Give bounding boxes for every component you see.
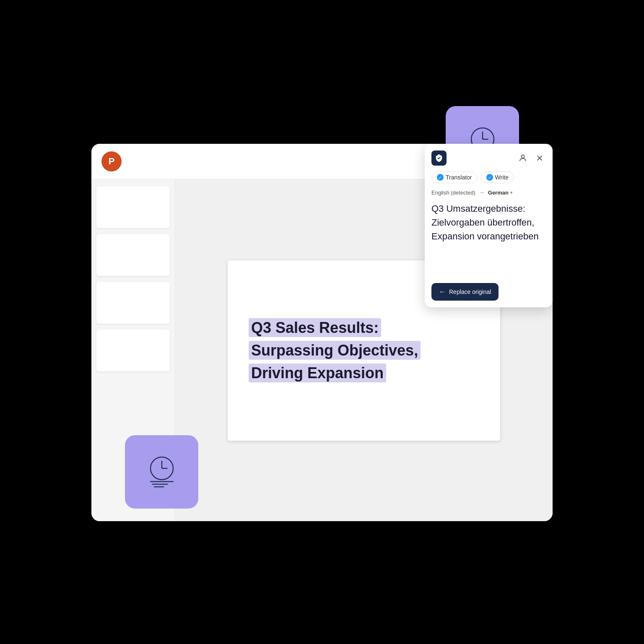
- write-check-icon: [486, 174, 493, 181]
- lang-arrow: →: [479, 189, 485, 196]
- powerpoint-letter: P: [109, 156, 115, 167]
- replace-arrow-icon: ←: [439, 288, 446, 296]
- svg-point-6: [521, 155, 524, 158]
- panel-header: [431, 151, 546, 166]
- slide-thumb-2[interactable]: [96, 234, 170, 276]
- slide-title-line1: Q3 Sales Results:: [249, 318, 381, 337]
- floating-icon-bottom: [125, 435, 198, 509]
- target-language-label: German: [488, 190, 509, 196]
- powerpoint-icon: P: [101, 151, 122, 171]
- replace-original-button[interactable]: ← Replace original: [431, 283, 499, 301]
- panel-header-icons: [517, 152, 546, 164]
- chevron-down-icon: ▾: [510, 190, 512, 195]
- slide-thumb-3[interactable]: [96, 282, 170, 324]
- user-icon[interactable]: [517, 152, 529, 164]
- translator-badge-label: Translator: [446, 174, 472, 181]
- translation-output: Q3 Umsatzergebnisse: Zielvorgaben übertr…: [431, 202, 546, 277]
- replace-original-label: Replace original: [449, 288, 491, 295]
- source-language: English (detected): [431, 190, 475, 196]
- deepl-logo: [431, 151, 447, 166]
- deepl-logo-icon: [434, 153, 444, 163]
- slide-title-line3: Driving Expansion: [249, 364, 386, 382]
- close-icon[interactable]: [533, 152, 546, 164]
- slide-title-line2: Surpassing Objectives,: [249, 341, 421, 360]
- target-language[interactable]: German ▾: [488, 190, 512, 196]
- language-row: English (detected) → German ▾: [431, 189, 546, 196]
- write-badge[interactable]: Write: [481, 171, 514, 183]
- chart-clock-icon-2: [143, 453, 181, 491]
- slide-thumb-1[interactable]: [96, 186, 170, 228]
- slide-title: Q3 Sales Results: Surpassing Objectives,…: [249, 317, 421, 384]
- badges-row: Translator Write: [431, 171, 546, 183]
- translator-badge[interactable]: Translator: [431, 171, 478, 183]
- deepl-panel: Translator Write English (detected) → Ge…: [425, 144, 553, 307]
- slide-thumb-4[interactable]: [96, 330, 170, 371]
- translator-check-icon: [437, 174, 444, 181]
- write-badge-label: Write: [495, 174, 509, 181]
